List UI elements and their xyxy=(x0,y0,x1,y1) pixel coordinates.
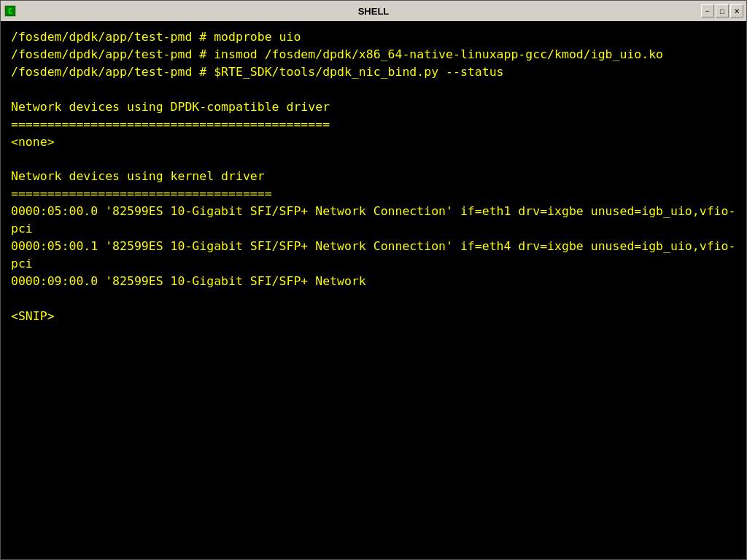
app-icon: C xyxy=(4,4,17,18)
svg-text:C: C xyxy=(8,7,12,15)
maximize-button[interactable]: □ xyxy=(716,4,729,18)
titlebar-left: C xyxy=(4,4,17,18)
window-title: SHELL xyxy=(358,6,390,17)
titlebar: C SHELL − □ ✕ xyxy=(1,1,746,21)
terminal-area[interactable]: /fosdem/dpdk/app/test-pmd # modprobe uio… xyxy=(1,21,746,559)
shell-window: C SHELL − □ ✕ /fosdem/dpdk/app/test-pmd … xyxy=(0,0,747,560)
terminal-output: /fosdem/dpdk/app/test-pmd # modprobe uio… xyxy=(11,28,736,325)
close-button[interactable]: ✕ xyxy=(730,4,743,18)
minimize-button[interactable]: − xyxy=(701,4,714,18)
window-controls: − □ ✕ xyxy=(701,4,743,18)
